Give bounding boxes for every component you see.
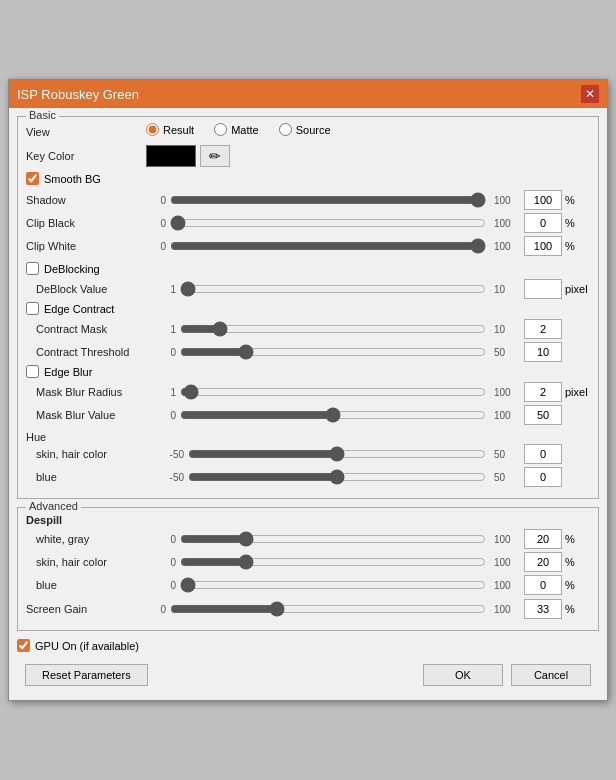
mask-blur-radius-value[interactable] (524, 382, 562, 402)
contract-mask-row: Contract Mask 1 10 (36, 319, 590, 339)
despill-skin-slider[interactable] (180, 554, 486, 570)
despill-blue-row: blue 0 100 % (36, 575, 590, 595)
key-color-row: Key Color ✏ (26, 145, 590, 167)
basic-group: Basic View Result Matte Source (17, 116, 599, 499)
contract-threshold-slider[interactable] (180, 344, 486, 360)
contract-threshold-row: Contract Threshold 0 50 (36, 342, 590, 362)
despill-title: Despill (26, 514, 590, 526)
mask-blur-radius-min: 1 (156, 387, 176, 398)
despill-blue-slider[interactable] (180, 577, 486, 593)
contract-mask-value[interactable] (524, 319, 562, 339)
view-source-option[interactable]: Source (279, 123, 331, 136)
edge-contract-checkbox[interactable] (26, 302, 39, 315)
deblock-value-input[interactable] (524, 279, 562, 299)
contract-threshold-value[interactable] (524, 342, 562, 362)
view-result-radio[interactable] (146, 123, 159, 136)
hue-blue-min: -50 (156, 472, 184, 483)
despill-skin-row: skin, hair color 0 100 % (36, 552, 590, 572)
hue-blue-slider[interactable] (188, 469, 486, 485)
reset-button[interactable]: Reset Parameters (25, 664, 148, 686)
cancel-button[interactable]: Cancel (511, 664, 591, 686)
smooth-bg-checkbox[interactable] (26, 172, 39, 185)
despill-skin-value[interactable] (524, 552, 562, 572)
deblocking-checkbox[interactable] (26, 262, 39, 275)
shadow-slider[interactable] (170, 192, 486, 208)
close-button[interactable]: ✕ (581, 85, 599, 103)
shadow-value[interactable] (524, 190, 562, 210)
mask-blur-value-slider[interactable] (180, 407, 486, 423)
ok-cancel-group: OK Cancel (423, 664, 591, 686)
mask-blur-radius-slider[interactable] (180, 384, 486, 400)
shadow-row: Shadow 0 100 % (26, 190, 590, 210)
shadow-max: 100 (494, 195, 524, 206)
clip-white-slider[interactable] (170, 238, 486, 254)
despill-blue-max: 100 (494, 580, 524, 591)
view-matte-label: Matte (231, 124, 259, 136)
view-matte-radio[interactable] (214, 123, 227, 136)
contract-mask-min: 1 (156, 324, 176, 335)
hue-label: Hue (26, 431, 46, 443)
despill-white-max: 100 (494, 534, 524, 545)
shadow-unit: % (565, 194, 590, 206)
gpu-on-label: GPU On (if available) (35, 640, 139, 652)
deblocking-label: DeBlocking (44, 263, 100, 275)
shadow-label: Shadow (26, 194, 146, 206)
ok-button[interactable]: OK (423, 664, 503, 686)
clip-white-min: 0 (146, 241, 166, 252)
clip-white-row: Clip White 0 100 % (26, 236, 590, 256)
despill-blue-value[interactable] (524, 575, 562, 595)
deblock-unit: pixel (565, 283, 590, 295)
edge-blur-checkbox[interactable] (26, 365, 39, 378)
clip-black-label: Clip Black (26, 217, 146, 229)
hue-blue-value[interactable] (524, 467, 562, 487)
screen-gain-row: Screen Gain 0 100 % (26, 599, 590, 619)
smooth-bg-label: Smooth BG (44, 173, 101, 185)
contract-mask-max: 10 (494, 324, 524, 335)
hue-skin-min: -50 (156, 449, 184, 460)
view-source-label: Source (296, 124, 331, 136)
clip-black-unit: % (565, 217, 590, 229)
clip-black-max: 100 (494, 218, 524, 229)
clip-black-slider[interactable] (170, 215, 486, 231)
view-matte-option[interactable]: Matte (214, 123, 259, 136)
view-result-option[interactable]: Result (146, 123, 194, 136)
despill-skin-max: 100 (494, 557, 524, 568)
mask-blur-value-label: Mask Blur Value (36, 409, 156, 421)
view-label: View (26, 126, 146, 138)
mask-blur-value-min: 0 (156, 410, 176, 421)
gpu-on-checkbox[interactable] (17, 639, 30, 652)
contract-threshold-label: Contract Threshold (36, 346, 156, 358)
despill-white-unit: % (565, 533, 590, 545)
advanced-group-label: Advanced (26, 500, 81, 512)
screen-gain-label: Screen Gain (26, 603, 146, 615)
despill-white-min: 0 (156, 534, 176, 545)
view-source-radio[interactable] (279, 123, 292, 136)
bottom-bar: Reset Parameters OK Cancel (17, 658, 599, 692)
deblock-slider[interactable] (180, 281, 486, 297)
screen-gain-slider[interactable] (170, 601, 486, 617)
edge-blur-row: Edge Blur (26, 365, 590, 378)
mask-blur-value-row: Mask Blur Value 0 100 (36, 405, 590, 425)
clip-white-value[interactable] (524, 236, 562, 256)
despill-white-slider[interactable] (180, 531, 486, 547)
eyedropper-button[interactable]: ✏ (200, 145, 230, 167)
deblock-value-row: DeBlock Value 1 10 pixel (36, 279, 590, 299)
hue-skin-slider[interactable] (188, 446, 486, 462)
hue-blue-row: blue -50 50 (36, 467, 590, 487)
mask-blur-value-input[interactable] (524, 405, 562, 425)
despill-white-value[interactable] (524, 529, 562, 549)
mask-blur-value-max: 100 (494, 410, 524, 421)
key-color-label: Key Color (26, 150, 146, 162)
advanced-group: Advanced Despill white, gray 0 100 % ski… (17, 507, 599, 631)
view-result-label: Result (163, 124, 194, 136)
screen-gain-value[interactable] (524, 599, 562, 619)
deblock-value-label: DeBlock Value (36, 283, 156, 295)
despill-skin-min: 0 (156, 557, 176, 568)
contract-mask-slider[interactable] (180, 321, 486, 337)
hue-skin-value[interactable] (524, 444, 562, 464)
contract-mask-label: Contract Mask (36, 323, 156, 335)
key-color-swatch[interactable] (146, 145, 196, 167)
hue-section: Hue skin, hair color -50 50 blue -50 50 (26, 430, 590, 487)
contract-threshold-min: 0 (156, 347, 176, 358)
clip-black-value[interactable] (524, 213, 562, 233)
